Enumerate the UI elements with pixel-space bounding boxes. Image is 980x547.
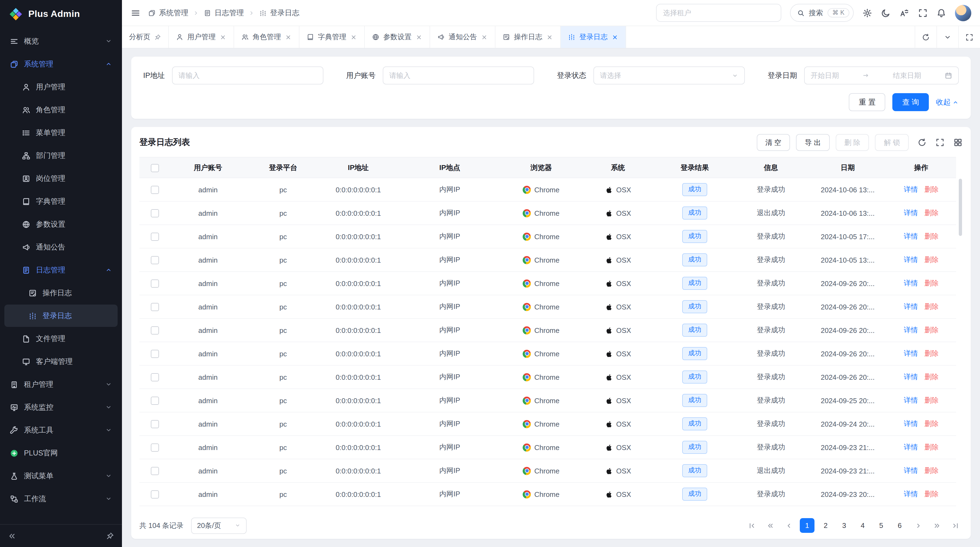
sidebar-item-role-management[interactable]: 角色管理 [4, 99, 118, 121]
delete-link[interactable]: 删除 [924, 279, 939, 287]
sidebar-item-post-management[interactable]: 岗位管理 [4, 167, 118, 190]
row-checkbox[interactable] [151, 326, 159, 335]
tab-close-icon[interactable] [285, 33, 292, 41]
sidebar-item-system-tools[interactable]: 系统工具 [4, 419, 118, 441]
account-input[interactable]: 请输入 [383, 67, 534, 85]
sidebar-item-overview[interactable]: 概览 [4, 30, 118, 52]
scrollbar-thumb[interactable] [958, 179, 962, 236]
delete-link[interactable]: 删除 [924, 396, 939, 404]
page-button-1[interactable]: 1 [800, 518, 815, 533]
breadcrumb-item-login-log[interactable]: 登录日志 [259, 8, 299, 18]
row-checkbox[interactable] [151, 186, 159, 194]
tab-pin-icon[interactable] [154, 33, 161, 41]
settings-icon[interactable] [862, 8, 872, 18]
page-button-3[interactable]: 3 [837, 518, 851, 533]
tab-dict-management[interactable]: 字典管理 [299, 26, 365, 48]
export-button[interactable]: 导 出 [796, 134, 829, 151]
row-checkbox[interactable] [151, 256, 159, 264]
row-checkbox[interactable] [151, 233, 159, 241]
row-checkbox[interactable] [151, 373, 159, 381]
row-checkbox[interactable] [151, 209, 159, 217]
delete-link[interactable]: 删除 [924, 466, 939, 475]
detail-link[interactable]: 详情 [904, 419, 918, 428]
tab-operation-log[interactable]: 操作日志 [495, 26, 561, 48]
sidebar-item-test-menu[interactable]: 测试菜单 [4, 465, 118, 487]
sidebar-item-param-settings[interactable]: 参数设置 [4, 213, 118, 235]
page-button-2[interactable]: 2 [818, 518, 833, 533]
menu-toggle-icon[interactable] [130, 8, 140, 18]
sidebar-collapse-icon[interactable] [8, 531, 16, 540]
sidebar-item-client-management[interactable]: 客户端管理 [4, 350, 118, 373]
next-page-button[interactable] [911, 518, 926, 533]
tenant-select[interactable]: 选择租户 [656, 4, 781, 22]
detail-link[interactable]: 详情 [904, 302, 918, 311]
next-pages-button[interactable] [929, 518, 944, 533]
tab-close-icon[interactable] [481, 33, 488, 41]
login-status-select[interactable]: 请选择 [593, 67, 745, 85]
sidebar-item-system-management[interactable]: 系统管理 [4, 53, 118, 75]
unlock-button[interactable]: 解 锁 [875, 134, 909, 151]
detail-link[interactable]: 详情 [904, 209, 918, 217]
prev-pages-button[interactable] [763, 518, 778, 533]
delete-link[interactable]: 删除 [924, 349, 939, 357]
sidebar-item-dept-management[interactable]: 部门管理 [4, 144, 118, 167]
detail-link[interactable]: 详情 [904, 255, 918, 264]
table-fullscreen-button[interactable] [935, 138, 945, 147]
delete-link[interactable]: 删除 [924, 373, 939, 381]
row-checkbox[interactable] [151, 490, 159, 499]
sidebar-item-tenant-management[interactable]: 租户管理 [4, 373, 118, 395]
detail-link[interactable]: 详情 [904, 349, 918, 357]
login-date-range[interactable]: 开始日期 结束日期 [804, 67, 959, 85]
global-search[interactable]: 搜索 ⌘ K [790, 4, 854, 22]
reset-button[interactable]: 重 置 [849, 93, 886, 111]
tab-close-icon[interactable] [415, 33, 423, 41]
sidebar-item-operation-log[interactable]: 操作日志 [4, 282, 118, 304]
prev-page-button[interactable] [781, 518, 796, 533]
collapse-filters-link[interactable]: 收起 [936, 97, 959, 107]
row-checkbox[interactable] [151, 350, 159, 358]
tab-close-icon[interactable] [546, 33, 553, 41]
detail-link[interactable]: 详情 [904, 466, 918, 475]
sidebar-item-dict-management[interactable]: 字典管理 [4, 190, 118, 212]
search-button[interactable]: 查 询 [892, 93, 929, 111]
delete-link[interactable]: 删除 [924, 302, 939, 311]
delete-link[interactable]: 删除 [924, 326, 939, 334]
delete-link[interactable]: 删除 [924, 209, 939, 217]
row-checkbox[interactable] [151, 443, 159, 452]
tab-role-management[interactable]: 角色管理 [234, 26, 299, 48]
delete-link[interactable]: 删除 [924, 443, 939, 451]
page-button-6[interactable]: 6 [892, 518, 907, 533]
row-checkbox[interactable] [151, 467, 159, 475]
sidebar-item-plus-website[interactable]: PLUS官网 [4, 442, 118, 464]
sidebar-item-system-monitor[interactable]: 系统监控 [4, 396, 118, 418]
sidebar-item-login-log[interactable]: 登录日志 [4, 305, 118, 327]
page-button-5[interactable]: 5 [874, 518, 889, 533]
sidebar-item-workflow[interactable]: 工作流 [4, 488, 118, 510]
detail-link[interactable]: 详情 [904, 443, 918, 451]
tab-close-icon[interactable] [350, 33, 357, 41]
tab-user-management[interactable]: 用户管理 [169, 26, 234, 48]
ip-input[interactable]: 请输入 [172, 67, 323, 85]
tab-param-settings[interactable]: 参数设置 [365, 26, 430, 48]
breadcrumb-item-system-management[interactable]: 系统管理 [148, 8, 188, 18]
detail-link[interactable]: 详情 [904, 373, 918, 381]
row-checkbox[interactable] [151, 279, 159, 288]
sidebar-item-file-management[interactable]: 文件管理 [4, 327, 118, 350]
last-page-button[interactable] [948, 518, 963, 533]
fullscreen-icon[interactable] [918, 8, 928, 18]
sidebar-item-menu-management[interactable]: 菜单管理 [4, 121, 118, 144]
breadcrumb-item-log-management[interactable]: 日志管理 [204, 8, 244, 18]
row-checkbox[interactable] [151, 420, 159, 428]
page-size-select[interactable]: 20条/页 [191, 517, 247, 534]
delete-link[interactable]: 删除 [924, 419, 939, 428]
locale-switch-icon[interactable] [899, 8, 909, 18]
detail-link[interactable]: 详情 [904, 490, 918, 498]
tabs-menu-button[interactable] [937, 26, 958, 48]
delete-link[interactable]: 删除 [924, 185, 939, 193]
sidebar-pin-icon[interactable] [106, 531, 115, 540]
delete-button[interactable]: 删 除 [836, 134, 869, 151]
delete-link[interactable]: 删除 [924, 490, 939, 498]
row-checkbox[interactable] [151, 303, 159, 311]
tab-login-log[interactable]: 登录日志 [561, 26, 626, 48]
detail-link[interactable]: 详情 [904, 185, 918, 193]
